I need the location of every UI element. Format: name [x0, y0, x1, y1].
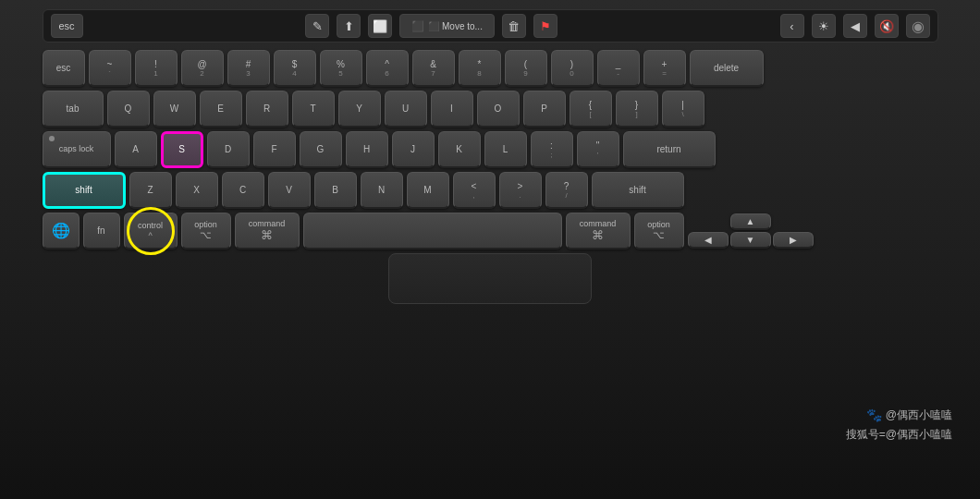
- key-s[interactable]: S: [161, 131, 203, 168]
- tb-volume-icon[interactable]: ◀: [843, 14, 867, 38]
- key-return[interactable]: return: [623, 131, 716, 168]
- key-backslash[interactable]: |\: [662, 91, 704, 128]
- tb-move-button[interactable]: ⬛⬛ Move to...: [399, 14, 495, 38]
- key-quote[interactable]: "': [577, 131, 619, 168]
- key-v[interactable]: V: [268, 172, 311, 209]
- key-6[interactable]: ^6: [366, 50, 409, 87]
- tb-brightness-icon[interactable]: ☀: [812, 14, 836, 38]
- tb-delete-icon[interactable]: 🗑: [502, 14, 526, 38]
- watermark-line2: 搜狐号=@偶西小嗑嗑: [846, 426, 952, 444]
- key-h[interactable]: H: [346, 131, 388, 168]
- key-b[interactable]: B: [314, 172, 357, 209]
- key-fn[interactable]: fn: [83, 213, 120, 250]
- key-comma[interactable]: <,: [453, 172, 496, 209]
- key-z[interactable]: Z: [129, 172, 172, 209]
- key-command-left[interactable]: command ⌘: [235, 213, 300, 250]
- key-o[interactable]: O: [477, 91, 520, 128]
- key-globe[interactable]: 🌐: [43, 213, 80, 250]
- key-q[interactable]: Q: [107, 91, 150, 128]
- asdf-row: caps lock A S D F G H J K L :; "' return: [43, 131, 938, 168]
- number-row: esc ~` !1 @2 #3 $4 %5 ^6 &7: [43, 50, 938, 87]
- tb-flag-icon[interactable]: ⚑: [533, 14, 557, 38]
- key-delete[interactable]: delete: [690, 50, 764, 87]
- keyboard-background: esc ✎ ⬆ ⬜ ⬛⬛ Move to... 🗑 ⚑ ‹ ☀ ◀ 🔇 ◉ es…: [0, 0, 980, 499]
- watermark-line1: @偶西小嗑嗑: [886, 407, 952, 424]
- key-caps-lock[interactable]: caps lock: [43, 131, 111, 168]
- key-9[interactable]: (9: [505, 50, 547, 87]
- key-semicolon[interactable]: :;: [531, 131, 573, 168]
- tb-edit-icon[interactable]: ✎: [305, 14, 329, 38]
- key-n[interactable]: N: [361, 172, 403, 209]
- key-y[interactable]: Y: [338, 91, 381, 128]
- zxcv-row: shift Z X C V B N M <, >. ?/ shift: [43, 172, 938, 209]
- key-l[interactable]: L: [484, 131, 527, 168]
- key-4[interactable]: $4: [274, 50, 316, 87]
- arrow-up-row: ▲: [688, 213, 814, 230]
- tb-copy-icon[interactable]: ⬜: [368, 14, 392, 38]
- key-period[interactable]: >.: [499, 172, 542, 209]
- key-option-left[interactable]: option ⌥: [181, 213, 231, 250]
- key-tab[interactable]: tab: [43, 91, 104, 128]
- key-w[interactable]: W: [153, 91, 196, 128]
- key-7[interactable]: &7: [412, 50, 455, 87]
- key-control-left[interactable]: control ^: [124, 213, 178, 250]
- tb-share-icon[interactable]: ⬆: [337, 14, 361, 38]
- key-minus[interactable]: _-: [597, 50, 640, 87]
- esc-key[interactable]: esc: [51, 14, 83, 38]
- key-r[interactable]: R: [246, 91, 288, 128]
- key-2[interactable]: @2: [181, 50, 224, 87]
- trackpad[interactable]: [388, 253, 592, 304]
- key-arrow-left[interactable]: ◀: [688, 232, 729, 249]
- key-t[interactable]: T: [292, 91, 335, 128]
- key-i[interactable]: I: [431, 91, 473, 128]
- key-p[interactable]: P: [523, 91, 566, 128]
- key-arrow-up[interactable]: ▲: [730, 213, 771, 230]
- key-j[interactable]: J: [392, 131, 435, 168]
- key-option-right[interactable]: option ⌥: [634, 213, 684, 250]
- key-x[interactable]: X: [176, 172, 218, 209]
- key-c[interactable]: C: [222, 172, 264, 209]
- key-u[interactable]: U: [385, 91, 427, 128]
- bottom-row: 🌐 fn control ^ option ⌥ command ⌘ comman…: [43, 213, 938, 250]
- key-backtick[interactable]: ~`: [89, 50, 131, 87]
- key-slash[interactable]: ?/: [545, 172, 588, 209]
- key-5[interactable]: %5: [320, 50, 362, 87]
- key-m[interactable]: M: [407, 172, 449, 209]
- key-space[interactable]: [303, 213, 562, 250]
- touch-bar: esc ✎ ⬆ ⬜ ⬛⬛ Move to... 🗑 ⚑ ‹ ☀ ◀ 🔇 ◉: [43, 9, 938, 43]
- watermark: 🐾 @偶西小嗑嗑 搜狐号=@偶西小嗑嗑: [846, 405, 952, 444]
- key-command-right[interactable]: command ⌘: [566, 213, 631, 250]
- arrow-lr-row: ◀ ▼ ▶: [688, 232, 814, 249]
- key-3[interactable]: #3: [227, 50, 270, 87]
- key-d[interactable]: D: [207, 131, 250, 168]
- trackpad-area: [43, 253, 938, 304]
- key-g[interactable]: G: [300, 131, 342, 168]
- tb-mute-icon[interactable]: 🔇: [875, 14, 899, 38]
- key-shift-right[interactable]: shift: [592, 172, 684, 209]
- key-shift-left[interactable]: shift: [43, 172, 126, 209]
- key-0[interactable]: )0: [551, 50, 594, 87]
- key-f[interactable]: F: [253, 131, 296, 168]
- key-esc[interactable]: esc: [43, 50, 85, 87]
- key-8[interactable]: *8: [459, 50, 501, 87]
- key-a[interactable]: A: [115, 131, 157, 168]
- key-bracket-open[interactable]: {[: [570, 91, 612, 128]
- key-arrow-down[interactable]: ▼: [730, 232, 771, 249]
- key-equals[interactable]: +=: [643, 50, 686, 87]
- keyboard-main: esc ~` !1 @2 #3 $4 %5 ^6 &7: [43, 50, 938, 250]
- arrow-cluster: ▲ ◀ ▼ ▶: [688, 213, 814, 249]
- key-bracket-close[interactable]: }]: [616, 91, 658, 128]
- tb-arrow-icon[interactable]: ‹: [780, 14, 804, 38]
- key-arrow-right[interactable]: ▶: [773, 232, 814, 249]
- qwerty-row: tab Q W E R T Y U I O P {[ }] |\: [43, 91, 938, 128]
- key-1[interactable]: !1: [135, 50, 178, 87]
- tb-siri-icon[interactable]: ◉: [906, 14, 930, 38]
- key-k[interactable]: K: [438, 131, 481, 168]
- key-e[interactable]: E: [200, 91, 242, 128]
